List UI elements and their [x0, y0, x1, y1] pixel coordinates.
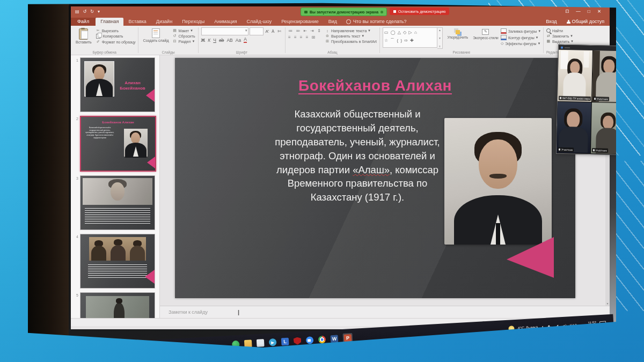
tab-transitions[interactable]: Переходы — [177, 18, 209, 26]
slide-thumbnail-5[interactable] — [80, 292, 155, 318]
save-icon[interactable]: ▤ — [75, 9, 79, 14]
close-icon[interactable]: ✕ — [597, 9, 601, 14]
antivirus-shield-icon[interactable] — [294, 337, 302, 345]
tab-home[interactable]: Главная — [96, 18, 123, 26]
slide-title[interactable]: Бокейханов Алихан — [175, 77, 575, 94]
tab-insert[interactable]: Вставка — [123, 18, 151, 26]
smartart-button[interactable]: ⊞Преобразовать в SmartArt — [325, 39, 377, 43]
list-buttons[interactable]: ≔ ≕ ⇤ ⇥ ⇕ — [288, 28, 322, 33]
zoom-app-icon[interactable] — [306, 336, 314, 344]
tab-review[interactable]: Рецензирование — [276, 18, 324, 26]
notes-pane[interactable]: Заметки к слайду | — [160, 306, 610, 318]
align-text-button[interactable]: ⊜Выровнять текст▾ — [325, 34, 377, 38]
app-tile-icon[interactable]: L — [281, 338, 289, 346]
slide-thumbnail-4[interactable] — [80, 234, 155, 289]
participant-video-1[interactable]: №7 ОШ 7У класс оқушысы — [558, 50, 592, 102]
qat-dropdown-icon[interactable]: ▾ — [98, 9, 100, 14]
notification-center-icon[interactable] — [599, 321, 606, 327]
shapes-scroll[interactable]: ▲▼≡ — [437, 27, 443, 49]
clear-format-icon[interactable]: ✄ — [276, 29, 282, 34]
maximize-icon[interactable]: □ — [588, 9, 590, 14]
italic-button[interactable]: К — [208, 38, 210, 43]
underline-button[interactable]: Ч — [213, 38, 216, 43]
panel-drag-handle[interactable] — [565, 47, 570, 48]
participant-video-2[interactable]: Участник — [591, 50, 616, 102]
reset-button[interactable]: ↺Сбросить — [172, 34, 195, 38]
share-button[interactable]: Общий доступ — [561, 18, 610, 26]
shape-outline-icon — [501, 35, 507, 40]
copy-button[interactable]: Копировать — [96, 34, 136, 39]
slide-thumbnail-2-selected[interactable]: Бокейханов Алихан Казахский общественный… — [80, 116, 156, 172]
char-spacing-button[interactable]: АВ — [226, 38, 232, 43]
bold-button[interactable]: Ж — [201, 38, 206, 43]
section-button[interactable]: ⊟Раздел▾ — [172, 39, 195, 43]
participant-video-3[interactable]: Участник — [557, 101, 591, 153]
slide-body-text[interactable]: Казахский общественный и государственный… — [270, 107, 444, 204]
portrait-photo[interactable] — [444, 118, 552, 245]
taskbar-clock[interactable]: 11:52 25.02.2022 — [580, 320, 597, 329]
font-color-button[interactable]: А — [244, 37, 247, 43]
shape-outline-button[interactable]: Контур фигуры▾ — [501, 35, 540, 40]
text-direction-icon: ↕ — [325, 29, 330, 33]
app-icon-green[interactable] — [232, 341, 240, 348]
weather-widget[interactable]: 4°C Дымка — [517, 325, 538, 331]
paste-button[interactable]: Вставить — [74, 27, 94, 45]
format-painter-button[interactable]: ✐Формат по образцу — [96, 40, 136, 44]
change-case-button[interactable]: Аа — [236, 38, 241, 43]
decrease-font-icon[interactable]: А̌ — [270, 29, 275, 34]
tab-animations[interactable]: Анимация — [209, 18, 241, 26]
replace-button[interactable]: ⇄Заменить▾ — [546, 34, 573, 38]
tab-view[interactable]: Вид — [324, 18, 342, 26]
clock-time: 11:52 — [588, 320, 596, 324]
tell-me-box[interactable]: Что вы хотите сделать? — [342, 18, 411, 26]
align-buttons[interactable]: ≡ ≡ ≡ ≡ ⊞ — [288, 35, 322, 40]
font-size-input[interactable] — [250, 27, 264, 35]
select-button[interactable]: ▦Выделить▾ — [546, 39, 573, 43]
tab-slideshow[interactable]: Слайд-шоу — [242, 18, 277, 26]
shape-effects-button[interactable]: ◇Эффекты фигуры▾ — [501, 41, 540, 46]
tab-file[interactable]: Файл — [71, 18, 96, 26]
increase-font-icon[interactable]: А̂ — [265, 29, 269, 34]
strikethrough-button[interactable]: ab — [219, 38, 224, 43]
word-icon[interactable]: W — [331, 335, 339, 343]
shape-fill-button[interactable]: Заливка фигуры▾ — [501, 28, 540, 34]
new-slide-button[interactable]: Создать слайд — [141, 27, 170, 43]
ribbon-options-icon[interactable]: ⊡ — [565, 9, 569, 14]
slide-thumbnail-3[interactable] — [80, 175, 155, 230]
messenger-icon[interactable] — [269, 338, 277, 346]
slide-number: 4 — [73, 234, 78, 289]
folder-icon[interactable] — [244, 339, 252, 348]
cut-button[interactable]: ✂Вырезать — [96, 28, 136, 33]
undo-icon[interactable]: ↺ — [83, 9, 87, 14]
hide-icon[interactable] — [380, 11, 383, 13]
mic-tray-icon[interactable] — [548, 325, 550, 328]
language-indicator[interactable]: КАЗ — [570, 323, 577, 328]
minimize-icon[interactable]: — — [576, 9, 581, 14]
participant-video-4[interactable]: Участник — [590, 102, 616, 154]
shapes-gallery[interactable]: ▭ ◯ △ ◇ ▷ ⌂ ☆ ⌒ { } ⇨ ✚ — [383, 27, 437, 48]
current-slide[interactable]: Бокейханов Алихан Казахский общественный… — [175, 58, 575, 298]
panel-app-icon — [561, 46, 563, 48]
font-name-input[interactable] — [201, 27, 248, 35]
tray-chevron-icon[interactable]: ∧ — [541, 325, 544, 329]
chrome-icon[interactable] — [318, 336, 326, 344]
arrange-button[interactable]: Упорядочить — [445, 27, 471, 49]
quick-styles-button[interactable]: ✎ Экспресс-стили — [473, 27, 499, 49]
file-explorer-icon[interactable] — [257, 339, 265, 347]
replace-icon: ⇄ — [546, 34, 551, 38]
weather-sun-icon[interactable] — [508, 326, 515, 333]
clock-date: 25.02.2022 — [580, 324, 596, 329]
find-button[interactable]: Найти — [546, 28, 573, 33]
volume-icon[interactable]: ◄) — [561, 324, 567, 328]
tab-design[interactable]: Дизайн — [151, 18, 177, 26]
drawing-group: ▭ ◯ △ ◇ ▷ ⌂ ☆ ⌒ { } ⇨ ✚ ▲▼≡ Упорядочить — [380, 26, 543, 55]
layout-button[interactable]: ▤Макет▾ — [172, 28, 195, 33]
network-icon[interactable] — [554, 324, 558, 328]
stop-share-button[interactable]: Остановить демонстрацию — [390, 8, 449, 15]
powerpoint-taskbar-active[interactable]: P — [342, 333, 353, 343]
sign-in-button[interactable]: Вход — [541, 18, 561, 26]
slide-thumbnail-1[interactable]: Алихан Бокейханов — [80, 57, 155, 112]
text-direction-button[interactable]: ↕Направление текста▾ — [325, 28, 377, 33]
share-label: Общий доступ — [572, 19, 604, 24]
redo-icon[interactable]: ↻ — [90, 9, 94, 14]
